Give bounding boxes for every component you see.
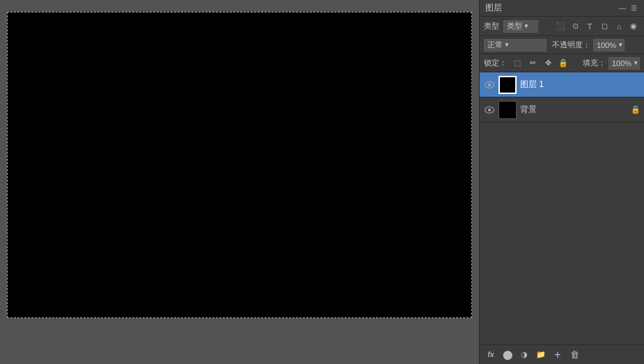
add-mask-btn[interactable]: ⬤ bbox=[501, 348, 515, 362]
panel-menu-btn[interactable]: ☰ bbox=[629, 3, 638, 13]
panel-header: 图层 — ☰ bbox=[480, 0, 644, 17]
canvas-content bbox=[7, 12, 472, 318]
layer1-thumbnail bbox=[498, 76, 517, 94]
filter-type-icon[interactable]: T bbox=[583, 20, 596, 33]
layer1-name: 图层 1 bbox=[520, 79, 640, 90]
canvas-area bbox=[0, 0, 479, 364]
layer1-visibility-toggle[interactable] bbox=[484, 79, 495, 90]
background-lock-icon: 🔒 bbox=[631, 105, 640, 115]
layer-item-background[interactable]: 背景 🔒 bbox=[480, 97, 644, 122]
background-eye-icon bbox=[485, 106, 494, 113]
panel-bottom-toolbar: fx ⬤ ◑ 📁 + 🗑 bbox=[480, 345, 644, 364]
fill-value-text: 100% bbox=[612, 59, 631, 68]
panel-title: 图层 bbox=[485, 2, 502, 14]
opacity-value-text: 100% bbox=[597, 41, 616, 49]
lock-row: 锁定： ⬚ ✏ ✥ 🔒 填充： 100% ▼ bbox=[480, 54, 644, 72]
canvas-bottom-strip bbox=[7, 319, 472, 353]
panel-collapse-btn[interactable]: — bbox=[618, 3, 627, 13]
filter-type-dropdown[interactable]: 类型 ▼ bbox=[503, 20, 538, 33]
filter-dropdown-arrow: ▼ bbox=[524, 23, 529, 29]
filter-icons: ⬛ ⊙ T ◻ ⌂ ◉ bbox=[554, 20, 640, 33]
panel-header-icons: — ☰ bbox=[618, 3, 638, 13]
layer1-eye-icon bbox=[485, 81, 494, 88]
fill-input[interactable]: 100% ▼ bbox=[608, 57, 640, 70]
delete-layer-btn[interactable]: 🗑 bbox=[567, 348, 581, 362]
lock-paint-btn[interactable]: ✏ bbox=[526, 57, 539, 70]
filter-bar: 类型 类型 ▼ ⬛ ⊙ T ◻ ⌂ ◉ bbox=[480, 17, 644, 36]
new-adjustment-btn[interactable]: ◑ bbox=[517, 348, 531, 362]
lock-move-btn[interactable]: ✥ bbox=[542, 57, 554, 70]
blend-mode-row: 正常 ▼ 不透明度： 100% ▼ bbox=[480, 36, 644, 54]
filter-smartobj-icon[interactable]: ⌂ bbox=[613, 20, 625, 33]
filter-pixel-icon[interactable]: ⬛ bbox=[554, 20, 567, 33]
filter-type-label: 类型 bbox=[484, 21, 499, 31]
opacity-input[interactable]: 100% ▼ bbox=[593, 39, 625, 52]
background-layer-name: 背景 bbox=[520, 104, 628, 116]
lock-label: 锁定： bbox=[484, 58, 507, 68]
layers-list: 图层 1 背景 🔒 bbox=[480, 72, 644, 345]
fill-arrow: ▼ bbox=[633, 60, 638, 66]
blend-mode-value: 正常 bbox=[487, 40, 503, 50]
background-thumbnail bbox=[498, 101, 517, 119]
filter-adjust-icon[interactable]: ⊙ bbox=[569, 20, 581, 33]
filter-toggle-icon[interactable]: ◉ bbox=[627, 20, 640, 33]
filter-shape-icon[interactable]: ◻ bbox=[598, 20, 611, 33]
lock-transparent-btn[interactable]: ⬚ bbox=[511, 57, 524, 70]
panels-area: 图层 — ☰ 类型 类型 ▼ ⬛ ⊙ T ◻ ⌂ ◉ bbox=[479, 0, 644, 364]
fill-label: 填充： bbox=[583, 58, 606, 68]
lock-all-btn[interactable]: 🔒 bbox=[557, 57, 570, 70]
background-visibility-toggle[interactable] bbox=[484, 104, 495, 116]
add-fx-btn[interactable]: fx bbox=[484, 348, 498, 362]
layer-item-layer1[interactable]: 图层 1 bbox=[480, 72, 644, 97]
new-group-btn[interactable]: 📁 bbox=[534, 348, 548, 362]
blend-mode-dropdown[interactable]: 正常 ▼ bbox=[484, 39, 547, 52]
opacity-label: 不透明度： bbox=[552, 40, 590, 50]
layers-panel: 图层 — ☰ 类型 类型 ▼ ⬛ ⊙ T ◻ ⌂ ◉ bbox=[480, 0, 644, 364]
opacity-arrow: ▼ bbox=[618, 42, 623, 48]
new-layer-btn[interactable]: + bbox=[551, 348, 565, 362]
blend-mode-arrow: ▼ bbox=[504, 42, 510, 48]
canvas-wrapper bbox=[7, 12, 472, 353]
